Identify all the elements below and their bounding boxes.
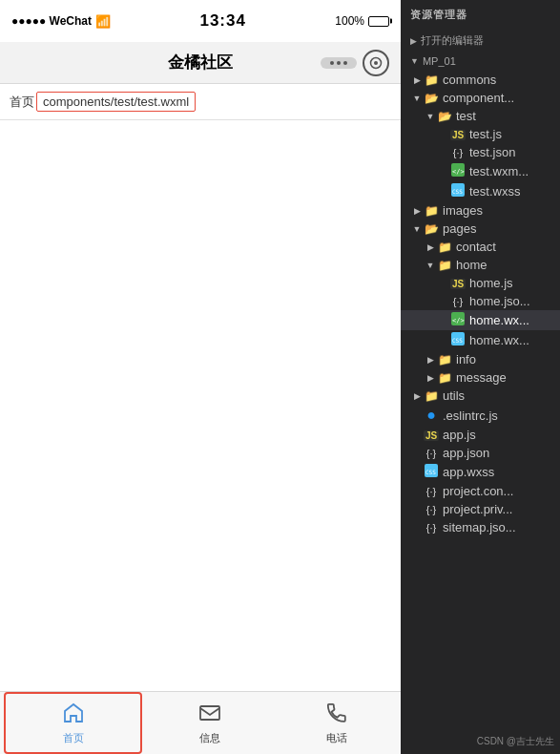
mail-icon [198, 702, 221, 724]
js-badge: JS [450, 130, 466, 140]
arrow-components: ▼ [410, 94, 424, 103]
open-editors-arrow: ▶ [410, 36, 417, 46]
tree-item-home-js[interactable]: JS home.js [401, 274, 560, 292]
label-app-wxss: app.wxss [443, 465, 494, 479]
status-right: 100% [335, 14, 389, 28]
sitemap-icon: {·} [424, 522, 439, 534]
message-folder-icon: 📁 [437, 371, 452, 385]
images-folder-icon: 📁 [424, 204, 439, 218]
dot1 [330, 61, 334, 65]
arrow-pages: ▼ [410, 224, 424, 234]
tree-item-home-wxml[interactable]: </> home.wx... [401, 310, 560, 330]
tree-item-test-json[interactable]: {·} test.json [401, 143, 560, 161]
phone-icon [325, 702, 348, 724]
arrow-contact: ▶ [424, 242, 437, 252]
explorer-header: 资源管理器 [401, 0, 560, 30]
arrow-home: ▼ [424, 261, 437, 270]
tree-item-test-wxss[interactable]: CSS test.wxss [401, 181, 560, 201]
tree-item-project-config[interactable]: {·} project.con... [401, 482, 560, 500]
file-explorer: 资源管理器 ▶ 打开的编辑器 ▼ MP_01 ▶ 📁 commons ▼ 📂 c… [401, 0, 560, 754]
status-left: ●●●●● WeChat 📶 [11, 14, 111, 29]
js-file-icon: JS [450, 128, 466, 141]
json-file-icon: {·} [450, 147, 466, 158]
contact-folder-icon: 📁 [437, 241, 452, 254]
js-badge: JS [450, 279, 466, 289]
tab-phone[interactable]: 电话 [274, 692, 401, 754]
tree-item-components[interactable]: ▼ 📂 component... [401, 89, 560, 107]
app-wxss-icon: CSS [424, 464, 439, 480]
utils-folder-icon: 📁 [424, 389, 439, 403]
phone-simulator: ●●●●● WeChat 📶 13:34 100% 金橘社区 [0, 0, 401, 754]
tree-item-app-json[interactable]: {·} app.json [401, 444, 560, 462]
tree-item-pages[interactable]: ▼ 📂 pages [401, 220, 560, 238]
wxml-file-icon: </> [450, 163, 466, 179]
tree-item-app-wxss[interactable]: CSS app.wxss [401, 462, 560, 482]
open-editors-label: 打开的编辑器 [421, 33, 484, 48]
tab-home[interactable]: 首页 [4, 692, 142, 754]
path-box: components/test/test.wxml [36, 92, 196, 112]
tree-item-home-json[interactable]: {·} home.jso... [401, 292, 560, 310]
project-arrow: ▼ [410, 56, 419, 66]
label-project-priv: project.priv... [443, 502, 512, 516]
svg-point-1 [374, 61, 378, 65]
tree-item-eslintrc[interactable]: ● .eslintrc.js [401, 405, 560, 426]
home-icon [62, 702, 85, 724]
tree-item-home[interactable]: ▼ 📁 home [401, 256, 560, 274]
tree-item-app-js[interactable]: JS app.js [401, 426, 560, 444]
label-test-wxss: test.wxss [469, 184, 520, 199]
tree-item-contact[interactable]: ▶ 📁 contact [401, 238, 560, 256]
wxss-icon: CSS [451, 183, 465, 197]
label-app-js: app.js [443, 428, 476, 442]
label-images: images [443, 203, 483, 218]
label-info: info [456, 352, 476, 367]
tree-item-test-wxml[interactable]: </> test.wxm... [401, 161, 560, 181]
camera-button[interactable] [363, 50, 389, 76]
label-home-wxml: home.wx... [469, 313, 529, 327]
svg-text:</>: </> [452, 317, 465, 325]
phone-content [0, 120, 401, 691]
tree-item-commons[interactable]: ▶ 📁 commons [401, 71, 560, 89]
tab-message[interactable]: 信息 [146, 692, 273, 754]
phone-tab-label: 电话 [326, 731, 347, 745]
label-test-json: test.json [469, 145, 515, 159]
tree-item-info[interactable]: ▶ 📁 info [401, 350, 560, 368]
tree-item-message[interactable]: ▶ 📁 message [401, 368, 560, 387]
label-message: message [456, 370, 507, 385]
wechat-actions[interactable] [321, 50, 389, 76]
label-sitemap: sitemap.jso... [443, 520, 516, 534]
label-eslintrc: .eslintrc.js [443, 408, 498, 423]
test-folder-icon: 📂 [437, 110, 452, 123]
more-button[interactable] [321, 57, 357, 69]
time-display: 13:34 [199, 11, 245, 31]
dot2 [337, 61, 341, 65]
folder-icon: 📁 [424, 73, 439, 87]
tree-item-sitemap[interactable]: {·} sitemap.jso... [401, 518, 560, 536]
path-indicator: 首页 components/test/test.wxml [0, 84, 401, 120]
label-test-js: test.js [469, 127, 502, 141]
tree-item-test-js[interactable]: JS test.js [401, 125, 560, 143]
home-js-icon: JS [450, 277, 466, 290]
project-section[interactable]: ▼ MP_01 [401, 52, 560, 71]
home-folder-icon: 📁 [437, 259, 452, 272]
home-wxml-icon: </> [450, 312, 466, 328]
label-contact: contact [456, 240, 496, 254]
info-folder-icon: 📁 [437, 353, 452, 367]
wechat-titlebar: 金橘社区 [0, 42, 401, 84]
open-editors-section[interactable]: ▶ 打开的编辑器 [401, 30, 560, 52]
label-test: test [456, 109, 476, 123]
svg-text:CSS: CSS [452, 188, 463, 195]
arrow-info: ▶ [424, 355, 437, 365]
tree-item-images[interactable]: ▶ 📁 images [401, 201, 560, 220]
project-priv-icon: {·} [424, 504, 439, 515]
folder-open-icon: 📂 [424, 92, 439, 105]
battery-percent: 100% [335, 14, 364, 28]
tree-item-project-priv[interactable]: {·} project.priv... [401, 500, 560, 518]
app-js-icon: JS [424, 429, 439, 442]
tree-item-utils[interactable]: ▶ 📁 utils [401, 387, 560, 405]
tree-item-test[interactable]: ▼ 📂 test [401, 107, 560, 125]
status-bar: ●●●●● WeChat 📶 13:34 100% [0, 0, 401, 42]
label-project-config: project.con... [443, 484, 513, 498]
arrow-test: ▼ [424, 112, 437, 121]
tree-item-home-wxss[interactable]: CSS home.wx... [401, 330, 560, 350]
csdn-label: CSDN @吉士先生 [477, 736, 554, 746]
